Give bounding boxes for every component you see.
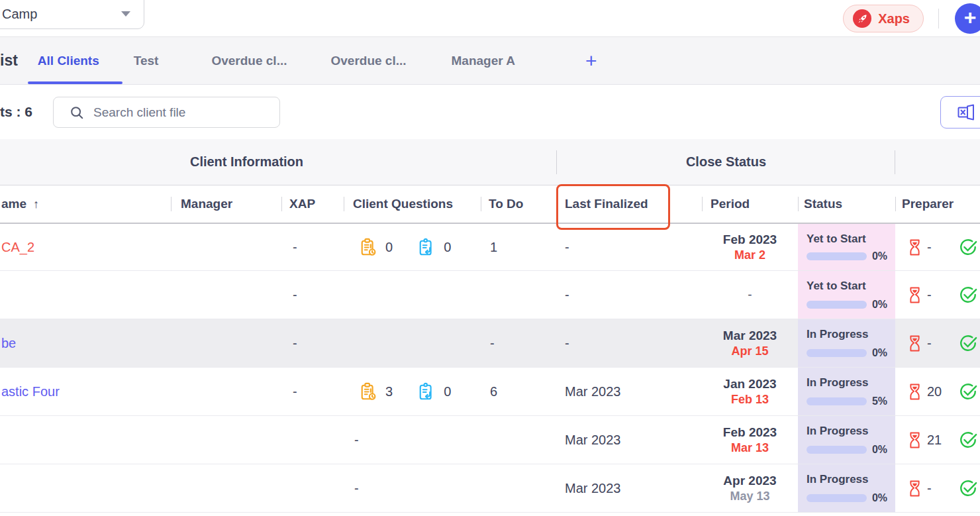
table-row[interactable]: astic Four - 3 <box>0 368 980 416</box>
period-month: Mar 2023 <box>723 328 777 344</box>
preparer-cell: - <box>895 464 980 512</box>
column-header-name[interactable]: ame ↑ <box>0 185 171 223</box>
search-input[interactable] <box>93 105 279 120</box>
client-list-tabbar: ist All Clients Test Overdue cl... Overd… <box>0 37 980 85</box>
tab-overdue-2[interactable]: Overdue cl... <box>330 54 406 68</box>
last-finalized-cell: - <box>557 319 702 367</box>
tab-manager-a[interactable]: Manager A <box>452 54 515 68</box>
check-circle-icon[interactable] <box>959 334 977 352</box>
hourglass-icon <box>908 480 922 497</box>
tab-test[interactable]: Test <box>134 54 159 68</box>
column-header-status[interactable]: Status <box>798 185 895 223</box>
preparer-cell: - <box>895 319 980 367</box>
xap-cell: - <box>281 224 344 270</box>
client-list-page: Camp Xaps + ist A <box>0 0 980 516</box>
period-month: - <box>748 287 752 303</box>
client-name-link[interactable]: astic Four <box>1 384 60 399</box>
last-finalized-cell: - <box>557 271 702 319</box>
last-finalized-cell: Mar 2023 <box>557 416 702 464</box>
progress-percent: 0% <box>872 444 887 456</box>
xaps-button[interactable]: Xaps <box>843 5 924 32</box>
xap-cell: - <box>281 271 344 319</box>
manager-cell <box>171 464 281 512</box>
add-client-button[interactable]: + <box>955 3 980 34</box>
topbar-actions: Xaps + <box>843 0 980 37</box>
preparer-days: - <box>927 287 932 303</box>
preparer-days: - <box>927 336 932 351</box>
client-name-cell <box>0 416 171 464</box>
todo-cell: 6 <box>481 368 557 415</box>
last-finalized-cell: Mar 2023 <box>557 368 702 415</box>
pending-questions-icon <box>360 238 378 257</box>
table-row[interactable]: - - - Yet to Start 0% - <box>0 271 980 319</box>
page-title: ist <box>0 52 18 70</box>
column-header-to-do[interactable]: To Do <box>481 185 557 223</box>
todo-cell <box>481 416 557 464</box>
manager-cell <box>171 224 281 270</box>
todo-cell: 1 <box>481 224 557 270</box>
period-cell: Apr 2023 May 13 <box>702 464 798 512</box>
client-name-link[interactable]: be <box>1 336 16 351</box>
chevron-down-icon <box>121 11 130 17</box>
progress-bar <box>807 252 867 260</box>
hourglass-icon <box>908 431 922 449</box>
status-badge: In Progress <box>807 376 887 389</box>
active-tab-underline <box>28 81 122 84</box>
returned-questions-count: 0 <box>444 384 451 399</box>
column-header-xap[interactable]: XAP <box>281 185 344 223</box>
progress-bar <box>807 301 867 309</box>
tab-overdue-1[interactable]: Overdue cl... <box>211 54 287 68</box>
progress-percent: 0% <box>872 299 887 311</box>
preparer-cell: - <box>895 271 980 319</box>
group-header-close-status: Close Status <box>557 139 895 185</box>
export-excel-button[interactable] <box>940 96 980 129</box>
check-circle-icon[interactable] <box>959 238 977 256</box>
preparer-cell: 21 <box>895 416 980 464</box>
check-circle-icon[interactable] <box>959 431 977 449</box>
preparer-cell: 20 <box>895 368 980 415</box>
client-questions-cell: - <box>344 464 481 512</box>
hourglass-icon <box>908 286 922 304</box>
table-row[interactable]: - Mar 2023 Apr 2023 May 13 In Progress 0… <box>0 464 980 513</box>
progress-percent: 5% <box>872 395 887 407</box>
column-header-last-finalized[interactable]: Last Finalized <box>557 185 702 223</box>
table-row[interactable]: be - - - Mar 2023 Apr 15 In Progress 0% <box>0 319 980 368</box>
add-tab-button[interactable]: + <box>585 50 597 72</box>
column-header-preparer[interactable]: Preparer <box>895 185 980 223</box>
check-circle-icon[interactable] <box>959 285 977 304</box>
topbar-divider <box>938 9 939 28</box>
check-circle-icon[interactable] <box>959 479 977 497</box>
manager-cell <box>171 319 281 367</box>
hourglass-icon <box>908 383 922 401</box>
company-dropdown[interactable]: Camp <box>0 0 144 29</box>
progress-bar <box>807 397 867 405</box>
hourglass-icon <box>908 238 922 256</box>
column-header-manager[interactable]: Manager <box>171 185 281 223</box>
period-due-date: Mar 13 <box>731 440 769 456</box>
client-name-link[interactable]: CA_2 <box>1 240 34 255</box>
status-cell: In Progress 0% <box>798 416 895 464</box>
pending-questions-count: 0 <box>385 240 393 255</box>
pending-questions-icon <box>360 382 378 401</box>
column-header-period[interactable]: Period <box>702 185 798 223</box>
table-row[interactable]: CA_2 - 0 0 <box>0 224 980 271</box>
table-row[interactable]: - Mar 2023 Feb 2023 Mar 13 In Progress 0… <box>0 416 980 464</box>
status-cell: Yet to Start 0% <box>798 224 895 270</box>
pending-questions-count: 3 <box>385 384 393 399</box>
search-box <box>53 97 280 128</box>
status-cell: Yet to Start 0% <box>798 271 895 319</box>
search-icon <box>70 105 84 120</box>
tab-all-clients[interactable]: All Clients <box>38 54 99 68</box>
hourglass-icon <box>908 335 922 352</box>
period-month: Jan 2023 <box>723 376 776 392</box>
top-bar: Camp Xaps + <box>0 0 980 37</box>
preparer-days: 20 <box>927 384 942 399</box>
list-toolbar: ts : 6 <box>0 85 980 139</box>
progress-percent: 0% <box>872 347 887 359</box>
sort-ascending-icon: ↑ <box>33 197 39 211</box>
preparer-days: - <box>927 240 932 255</box>
status-badge: In Progress <box>807 425 887 438</box>
check-circle-icon[interactable] <box>959 382 977 401</box>
todo-cell <box>481 464 557 512</box>
column-header-client-questions[interactable]: Client Questions <box>344 185 481 223</box>
